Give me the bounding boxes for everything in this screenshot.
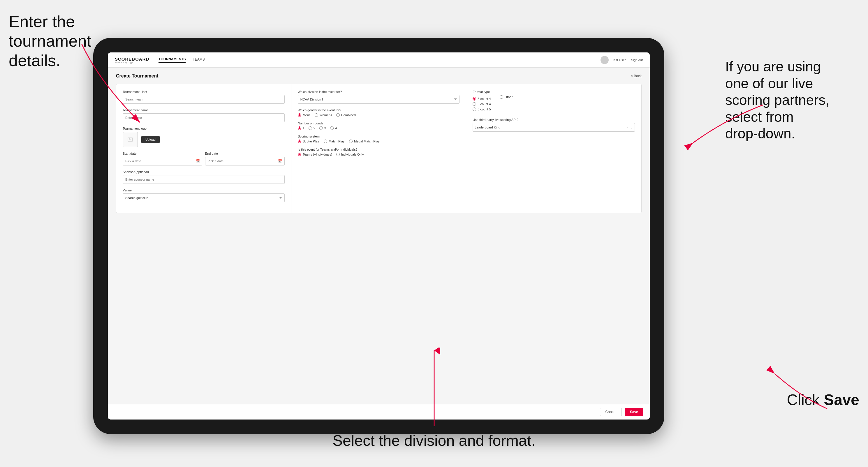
venue-select[interactable]: Search golf club — [123, 193, 285, 202]
form-column-3: Format type 5 count 4 6 count 4 — [466, 84, 641, 213]
nav-links: TOURNAMENTS TEAMS — [158, 57, 205, 63]
tablet: SCOREBOARD Powered by clipp! TOURNAMENTS… — [93, 38, 664, 434]
api-clear-button[interactable]: × — [627, 126, 629, 129]
rounds-label: Number of rounds — [298, 122, 460, 125]
event-individuals-radio[interactable] — [336, 153, 340, 156]
rounds-4[interactable]: 4 — [330, 126, 337, 130]
gender-womens-radio[interactable] — [315, 113, 318, 117]
rounds-3-radio[interactable] — [319, 126, 323, 130]
api-select-wrap[interactable]: Leaderboard King × ⌄ — [473, 123, 635, 132]
tournament-logo-group: Tournament logo Upload — [123, 127, 285, 147]
nav-signout[interactable]: Sign out — [631, 58, 643, 62]
event-teams-radio[interactable] — [298, 153, 301, 156]
gender-label: Which gender is the event for? — [298, 108, 460, 112]
scoring-match[interactable]: Match Play — [324, 139, 344, 143]
tournament-name-input[interactable] — [123, 113, 285, 122]
gender-womens[interactable]: Womens — [315, 113, 332, 117]
rounds-4-radio[interactable] — [330, 126, 334, 130]
format-6count5-label: 6 count 5 — [477, 107, 491, 111]
venue-label: Venue — [123, 188, 285, 192]
nav-tournaments[interactable]: TOURNAMENTS — [158, 57, 186, 63]
venue-group: Venue Search golf club — [123, 188, 285, 202]
format-other[interactable]: Other — [500, 95, 513, 99]
tournament-host-group: Tournament Host — [123, 90, 285, 104]
gender-mens-label: Mens — [303, 113, 311, 117]
rounds-2-radio[interactable] — [309, 126, 312, 130]
save-button[interactable]: Save — [625, 408, 643, 416]
svg-point-1 — [129, 139, 130, 139]
format-6count4[interactable]: 6 count 4 — [473, 102, 491, 106]
scoring-group: Scoring system Stroke Play Match Play — [298, 134, 460, 143]
scoring-match-label: Match Play — [329, 139, 344, 143]
format-5count4-radio[interactable] — [473, 97, 476, 100]
gender-mens-radio[interactable] — [298, 113, 301, 117]
sponsor-input[interactable] — [123, 175, 285, 184]
division-select[interactable]: NCAA Division I — [298, 95, 460, 104]
format-type-group: Format type 5 count 4 6 count 4 — [473, 90, 635, 111]
page-title: Create Tournament — [116, 73, 158, 79]
scoring-medal-label: Medal Match Play — [354, 139, 379, 143]
sponsor-group: Sponsor (optional) — [123, 170, 285, 184]
format-radio-group: 5 count 4 6 count 4 6 count 5 — [473, 97, 491, 111]
end-date-input[interactable] — [205, 157, 285, 165]
svg-rect-0 — [128, 138, 132, 141]
tournament-host-input[interactable] — [123, 95, 285, 104]
api-label: Use third-party live scoring API? — [473, 118, 635, 122]
rounds-1-label: 1 — [303, 126, 305, 130]
gender-combined[interactable]: Combined — [336, 113, 356, 117]
scoring-stroke-radio[interactable] — [298, 139, 301, 143]
date-row-group: Start date 📅 End date 📅 — [123, 152, 285, 165]
format-type-label: Format type — [473, 90, 635, 94]
annotation-click-save-prefix: Click — [787, 391, 824, 408]
event-individuals-label: Individuals Only — [341, 153, 364, 156]
scoring-label: Scoring system — [298, 134, 460, 138]
division-label: Which division is the event for? — [298, 90, 460, 94]
format-other-radio[interactable] — [500, 95, 503, 99]
format-5count4[interactable]: 5 count 4 — [473, 97, 491, 100]
scoring-stroke[interactable]: Stroke Play — [298, 139, 319, 143]
api-chevron-icon: ⌄ — [630, 126, 633, 129]
rounds-2-label: 2 — [313, 126, 315, 130]
scoring-radio-group: Stroke Play Match Play Medal Match Play — [298, 139, 460, 143]
logo-upload-area: Upload — [123, 132, 285, 147]
start-date-field: Start date 📅 — [123, 152, 202, 165]
page-header: Create Tournament < Back — [116, 73, 642, 79]
create-tournament-form: Tournament Host Tournament name Tourname… — [116, 84, 642, 213]
navbar-right: Test User | Sign out — [600, 56, 643, 64]
rounds-2[interactable]: 2 — [309, 126, 315, 130]
end-date-field: End date 📅 — [205, 152, 285, 165]
rounds-3[interactable]: 3 — [319, 126, 326, 130]
upload-button[interactable]: Upload — [141, 136, 160, 143]
rounds-1[interactable]: 1 — [298, 126, 305, 130]
start-date-input[interactable] — [123, 157, 202, 165]
gender-womens-label: Womens — [320, 113, 332, 117]
rounds-radio-group: 1 2 3 4 — [298, 126, 460, 130]
format-6count5[interactable]: 6 count 5 — [473, 107, 491, 111]
annotation-save-bold: Save — [824, 391, 859, 408]
format-6count5-radio[interactable] — [473, 107, 476, 111]
cancel-button[interactable]: Cancel — [600, 408, 622, 416]
form-column-1: Tournament Host Tournament name Tourname… — [116, 84, 291, 213]
rounds-1-radio[interactable] — [298, 126, 301, 130]
event-type-radio-group: Teams (+Individuals) Individuals Only — [298, 153, 460, 156]
start-date-wrap: 📅 — [123, 157, 202, 165]
scoring-match-radio[interactable] — [324, 139, 327, 143]
scoring-medal-radio[interactable] — [349, 139, 352, 143]
event-teams[interactable]: Teams (+Individuals) — [298, 153, 332, 156]
gender-combined-radio[interactable] — [336, 113, 340, 117]
annotation-live-scoring: If you are using one of our live scoring… — [725, 58, 859, 142]
format-6count4-radio[interactable] — [473, 102, 476, 106]
navbar: SCOREBOARD Powered by clipp! TOURNAMENTS… — [108, 53, 650, 68]
tournament-name-group: Tournament name — [123, 108, 285, 122]
annotation-division-format: Select the division and format. — [333, 432, 535, 449]
tournament-name-label: Tournament name — [123, 108, 285, 112]
annotation-enter-details: Enter the tournament details. — [9, 12, 91, 70]
gender-mens[interactable]: Mens — [298, 113, 311, 117]
user-avatar — [600, 56, 609, 64]
gender-radio-group: Mens Womens Combined — [298, 113, 460, 117]
nav-teams[interactable]: TEAMS — [193, 57, 205, 63]
event-individuals[interactable]: Individuals Only — [336, 153, 364, 156]
back-link[interactable]: < Back — [631, 74, 642, 78]
main-content: Create Tournament < Back Tournament Host… — [108, 68, 650, 404]
scoring-medal-match[interactable]: Medal Match Play — [349, 139, 379, 143]
